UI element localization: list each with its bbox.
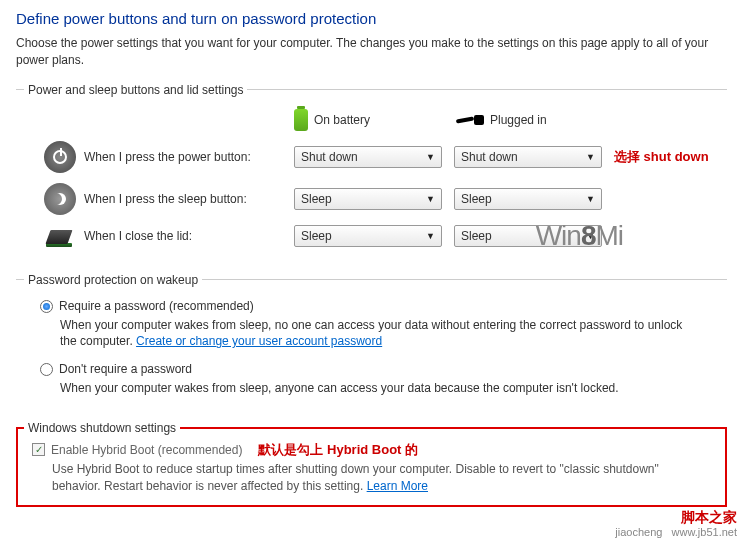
power-battery-dropdown[interactable]: Shut down (294, 146, 442, 168)
no-password-desc: When your computer wakes from sleep, any… (24, 378, 719, 405)
plugged-in-header: Plugged in (490, 113, 547, 127)
battery-icon (294, 109, 308, 131)
power-button-label: When I press the power button: (84, 150, 294, 164)
lid-battery-dropdown[interactable]: Sleep (294, 225, 442, 247)
hybrid-boot-desc: Use Hybrid Boot to reduce startup times … (24, 459, 719, 497)
account-password-link[interactable]: Create or change your user account passw… (136, 334, 382, 348)
lid-plugged-dropdown[interactable]: Sleep (454, 225, 602, 247)
power-plugged-dropdown[interactable]: Shut down (454, 146, 602, 168)
lid-label: When I close the lid: (84, 229, 294, 243)
learn-more-link[interactable]: Learn More (367, 479, 428, 493)
columns-header: On battery Plugged in (294, 109, 719, 131)
lid-row: When I close the lid: Sleep Sleep (24, 225, 719, 247)
shutdown-section: Windows shutdown settings ✓ Enable Hybri… (16, 421, 727, 507)
no-password-label: Don't require a password (59, 362, 192, 376)
require-password-radio[interactable] (40, 300, 53, 313)
power-button-row: When I press the power button: Shut down… (24, 141, 719, 173)
annotation-shutdown: 选择 shut down (614, 148, 709, 166)
password-legend: Password protection on wakeup (24, 273, 202, 287)
sleep-battery-dropdown[interactable]: Sleep (294, 188, 442, 210)
shutdown-legend: Windows shutdown settings (24, 421, 180, 435)
page-title: Define power buttons and turn on passwor… (16, 10, 727, 27)
sleep-plugged-dropdown[interactable]: Sleep (454, 188, 602, 210)
sleep-button-row: When I press the sleep button: Sleep Sle… (24, 183, 719, 215)
hybrid-boot-label: Enable Hybrid Boot (recommended) (51, 443, 242, 457)
no-password-radio[interactable] (40, 363, 53, 376)
buttons-legend: Power and sleep buttons and lid settings (24, 83, 247, 97)
annotation-hybrid: 默认是勾上 Hybrid Boot 的 (258, 441, 418, 459)
require-password-label: Require a password (recommended) (59, 299, 254, 313)
require-password-desc: When your computer wakes from sleep, no … (24, 315, 719, 359)
power-icon (44, 141, 76, 173)
sleep-button-label: When I press the sleep button: (84, 192, 294, 206)
plug-icon (456, 113, 484, 127)
lid-icon (44, 225, 76, 247)
hybrid-boot-checkbox[interactable]: ✓ (32, 443, 45, 456)
page-subtitle: Choose the power settings that you want … (16, 35, 727, 69)
sleep-icon (44, 183, 76, 215)
on-battery-header: On battery (314, 113, 370, 127)
corner-watermark: 脚本之家 jiaocheng www.jb51.net (615, 509, 737, 539)
buttons-section: Power and sleep buttons and lid settings… (16, 83, 727, 261)
password-section: Password protection on wakeup Require a … (16, 273, 727, 409)
